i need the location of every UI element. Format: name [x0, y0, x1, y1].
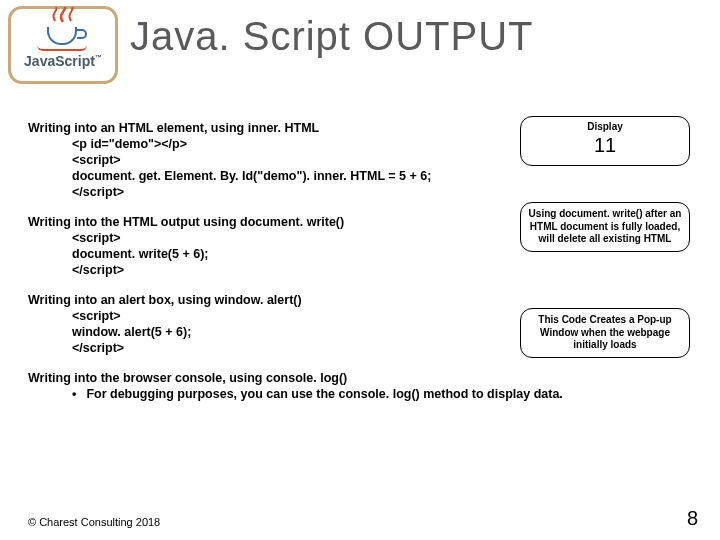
copyright-footer: © Charest Consulting 2018: [28, 516, 160, 528]
logo-text: JavaScript™: [24, 53, 102, 69]
callout-label: Display: [527, 121, 683, 132]
section-heading: Writing into the HTML output using docum…: [28, 214, 448, 230]
code-line: window. alert(5 + 6);: [72, 324, 448, 340]
code-line: document. write(5 + 6);: [72, 246, 448, 262]
section-consolelog: Writing into the browser console, using …: [28, 370, 668, 402]
code-line: </script>: [72, 262, 448, 278]
section-heading: Writing into an HTML element, using inne…: [28, 120, 448, 136]
sub-bullet: •For debugging purposes, you can use the…: [72, 386, 668, 402]
callout-display-result: Display 11: [520, 116, 690, 166]
code-line: <script>: [72, 308, 448, 324]
callout-value: 11: [594, 134, 616, 156]
code-line: <p id="demo"></p>: [72, 136, 448, 152]
callout-documentwrite-warning: Using document. write() after an HTML do…: [520, 202, 690, 252]
section-documentwrite: Writing into the HTML output using docum…: [28, 214, 448, 278]
section-heading: Writing into an alert box, using window.…: [28, 292, 448, 308]
page-number: 8: [687, 507, 698, 530]
bullet-text: For debugging purposes, you can use the …: [86, 387, 562, 401]
javascript-logo: JavaScript™: [8, 6, 118, 84]
code-line: </script>: [72, 340, 448, 356]
coffee-cup-icon: [45, 21, 81, 47]
bullet-dot: •: [72, 387, 76, 401]
page-title: Java. Script OUTPUT: [130, 14, 534, 59]
section-alert: Writing into an alert box, using window.…: [28, 292, 448, 356]
code-line: <script>: [72, 152, 448, 168]
code-line: <script>: [72, 230, 448, 246]
code-line: document. get. Element. By. Id("demo"). …: [72, 168, 448, 184]
callout-alert-note: This Code Creates a Pop-up Window when t…: [520, 308, 690, 358]
code-line: </script>: [72, 184, 448, 200]
section-heading: Writing into the browser console, using …: [28, 370, 668, 386]
section-innerhtml: Writing into an HTML element, using inne…: [28, 120, 448, 200]
steam-icon: [50, 7, 76, 23]
